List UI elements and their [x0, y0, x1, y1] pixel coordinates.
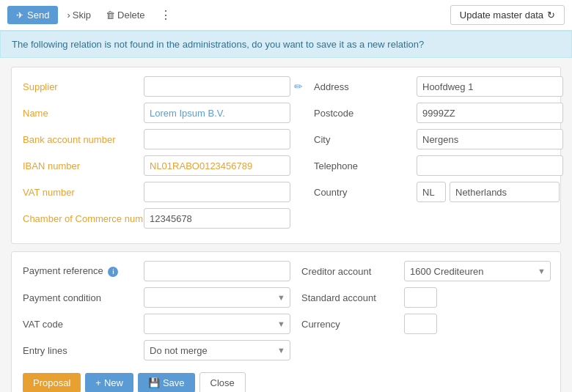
bank-account-label: Bank account number [23, 134, 144, 145]
country-row: Country [314, 182, 563, 202]
delete-button[interactable]: 🗑 Delete [100, 6, 151, 24]
postcode-row: Postcode [314, 103, 563, 123]
standard-account-row: Standard account [301, 287, 551, 308]
chamber-input[interactable] [144, 208, 290, 229]
address-label: Address [314, 81, 417, 92]
country-code-input[interactable] [417, 182, 446, 202]
creditor-select-wrapper: 1600 Crediteuren ▼ [404, 261, 551, 281]
payment-two-col: Payment reference i Payment condition ▼ [23, 261, 549, 366]
payment-condition-select-wrapper: ▼ [144, 287, 290, 308]
vat-code-select-wrapper: ▼ [144, 314, 290, 334]
send-button[interactable]: Send [7, 6, 58, 24]
city-label: City [314, 134, 417, 145]
update-master-data-button[interactable]: Update master data ↻ [450, 5, 565, 25]
banner-text: The following relation is not found in t… [12, 39, 424, 50]
currency-input[interactable] [404, 314, 437, 334]
creditor-select[interactable]: 1600 Crediteuren [404, 261, 551, 281]
bank-account-row: Bank account number [23, 129, 303, 149]
country-inputs [417, 182, 560, 202]
payment-condition-label: Payment condition [23, 292, 144, 303]
info-banner: The following relation is not found in t… [0, 31, 572, 58]
proposal-button[interactable]: Proposal [23, 373, 81, 392]
skip-button[interactable]: › Skip [61, 6, 97, 24]
vat-row: VAT number [23, 182, 303, 202]
iban-row: IBAN number [23, 155, 303, 176]
trash-icon: 🗑 [106, 10, 115, 21]
standard-account-label: Standard account [301, 292, 404, 303]
country-label: Country [314, 187, 417, 198]
entry-lines-label: Entry lines [23, 345, 144, 356]
vat-code-row: VAT code ▼ [23, 314, 290, 334]
save-button[interactable]: 💾 Save [138, 373, 195, 392]
city-row: City [314, 129, 563, 149]
supplier-label: Supplier [23, 81, 144, 92]
send-label: Send [27, 10, 49, 21]
plus-icon: + [95, 377, 101, 388]
currency-row: Currency [301, 314, 551, 334]
entry-lines-select-wrapper: Do not merge ▼ [144, 340, 290, 360]
telephone-input[interactable] [417, 155, 563, 176]
vat-code-select[interactable] [144, 314, 290, 334]
toolbar: Send › Skip 🗑 Delete ⋮ Update master dat… [0, 0, 572, 31]
name-row: Name [23, 103, 303, 123]
vat-label: VAT number [23, 187, 144, 198]
name-input[interactable] [144, 103, 290, 123]
supplier-input[interactable] [144, 76, 290, 97]
chevron-right-icon: › [67, 10, 70, 21]
payment-reference-label: Payment reference i [23, 265, 144, 277]
address-input[interactable] [417, 76, 563, 97]
city-input[interactable] [417, 129, 563, 149]
payment-left-col: Payment reference i Payment condition ▼ [23, 261, 290, 366]
more-options-button[interactable]: ⋮ [154, 4, 177, 26]
postcode-label: Postcode [314, 108, 417, 119]
payment-condition-select[interactable] [144, 287, 290, 308]
supplier-two-col: Supplier ✏ Name Bank account number IBAN… [23, 76, 549, 234]
entry-lines-row: Entry lines Do not merge ▼ [23, 340, 290, 360]
bottom-buttons: Proposal + New 💾 Save Close [23, 366, 549, 392]
name-label: Name [23, 108, 144, 119]
currency-label: Currency [301, 319, 404, 330]
address-row: Address [314, 76, 563, 97]
vat-input[interactable] [144, 182, 290, 202]
vat-code-label: VAT code [23, 319, 144, 330]
creditor-label: Creditor account [301, 266, 404, 277]
payment-reference-row: Payment reference i [23, 261, 290, 281]
save-icon: 💾 [148, 377, 160, 388]
iban-input[interactable] [144, 155, 290, 176]
creditor-row: Creditor account 1600 Crediteuren ▼ [301, 261, 551, 281]
chamber-row: Chamber of Commerce num [23, 208, 303, 229]
payment-reference-input[interactable] [144, 261, 290, 281]
refresh-icon: ↻ [547, 10, 555, 21]
new-button[interactable]: + New [85, 373, 133, 392]
chamber-label: Chamber of Commerce num [23, 213, 144, 224]
supplier-section: Supplier ✏ Name Bank account number IBAN… [11, 67, 561, 244]
edit-icon[interactable]: ✏ [294, 81, 303, 92]
entry-lines-select[interactable]: Do not merge [144, 340, 290, 360]
telephone-label: Telephone [314, 160, 417, 171]
payment-right-col: Creditor account 1600 Crediteuren ▼ Stan… [290, 261, 551, 366]
form-container: Supplier ✏ Name Bank account number IBAN… [0, 58, 572, 392]
payment-section: Payment reference i Payment condition ▼ [11, 251, 561, 392]
supplier-row: Supplier ✏ [23, 76, 303, 97]
country-name-input[interactable] [450, 182, 560, 202]
payment-condition-row: Payment condition ▼ [23, 287, 290, 308]
left-column: Supplier ✏ Name Bank account number IBAN… [23, 76, 303, 234]
info-icon[interactable]: i [108, 267, 118, 277]
right-column: Address Postcode City Telephone [303, 76, 563, 234]
postcode-input[interactable] [417, 103, 563, 123]
telephone-row: Telephone [314, 155, 563, 176]
close-button[interactable]: Close [199, 372, 246, 392]
iban-label: IBAN number [23, 160, 144, 171]
standard-account-input[interactable] [404, 287, 437, 308]
bank-account-input[interactable] [144, 129, 290, 149]
